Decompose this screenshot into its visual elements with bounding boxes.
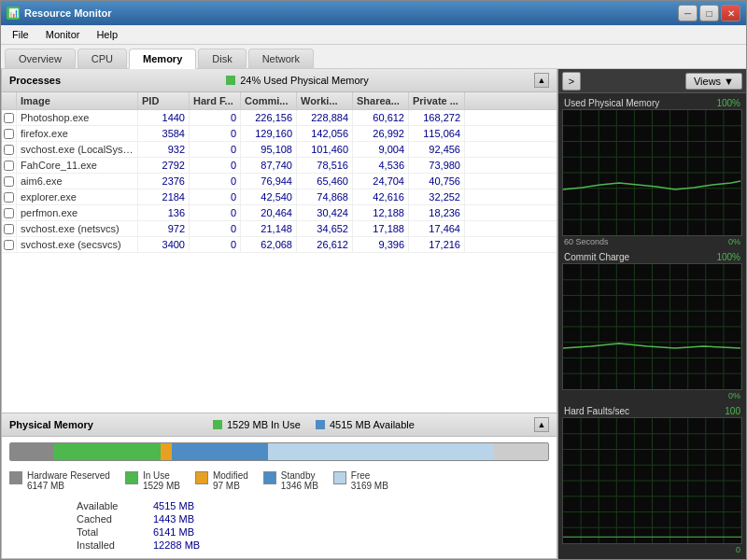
physical-memory-section: Hardware Reserved6147 MB In Use1529 MB M… [1,437,557,559]
table-row[interactable]: svchost.exe (netsvcs) 972 0 21,148 34,65… [2,221,557,237]
table-row[interactable]: Photoshop.exe 1440 0 226,156 228,884 60,… [2,110,557,126]
graph-pct: 100 [725,406,740,416]
memory-bar [9,442,549,461]
used-memory-status: 24% Used Physical Memory [240,75,369,86]
graph-pct: 100% [716,252,740,262]
graph-time-label: 60 Seconds [564,237,609,246]
graph-bottom-pct: 0% [728,237,740,246]
memory-bar-container [2,437,557,467]
in-use-indicator [213,420,222,429]
table-row[interactable]: explorer.exe 2184 0 42,540 74,868 42,616… [2,189,557,205]
maximize-button[interactable]: □ [699,5,719,21]
col-image[interactable]: Image [17,92,138,109]
legend-item: Modified97 MB [195,470,248,491]
views-button[interactable]: Views ▼ [685,73,742,90]
main-window: 📊 Resource Monitor ─ □ ✕ File Monitor He… [0,0,747,560]
graph-block: Commit Charge 100% 0% [562,251,742,401]
graph-title: Hard Faults/sec [564,406,629,416]
col-shared[interactable]: Sharea... [353,92,409,109]
tab-overview[interactable]: Overview [5,49,76,68]
tabs-bar: Overview CPU Memory Disk Network [1,45,746,69]
col-private[interactable]: Private ... [409,92,465,109]
memory-stats: Available4515 MBCached1443 MBTotal6141 M… [2,495,557,558]
table-row[interactable]: FahCore_11.exe 2792 0 87,740 78,516 4,53… [2,158,557,174]
stat-value: 1443 MB [153,513,228,525]
table-row[interactable]: firefox.exe 3584 0 129,160 142,056 26,99… [2,126,557,142]
table-row[interactable]: aim6.exe 2376 0 76,944 65,460 24,704 40,… [2,174,557,189]
table-row[interactable]: svchost.exe (secsvcs) 3400 0 62,068 26,6… [2,237,557,253]
col-hardfaults[interactable]: Hard F... [190,92,241,109]
stat-value: 4515 MB [153,500,228,511]
app-icon: 📊 [7,7,20,20]
title-bar: 📊 Resource Monitor ─ □ ✕ [1,1,746,25]
tab-network[interactable]: Network [248,49,314,68]
graph-block: Hard Faults/sec 100 0 [562,405,742,555]
legend-item: Free3169 MB [333,470,388,491]
table-row[interactable]: svchost.exe (LocalSystemNet... 932 0 95,… [2,142,557,158]
graph-canvas [562,417,742,544]
used-memory-indicator [226,76,235,85]
legend-item: In Use1529 MB [125,470,180,491]
available-indicator [316,420,325,429]
table-row[interactable]: perfmon.exe 136 0 20,464 30,424 12,188 1… [2,205,557,221]
available-label: 4515 MB Available [330,419,415,430]
left-panel: Processes 24% Used Physical Memory ▲ Ima… [1,69,557,559]
graph-block: Used Physical Memory 100% 60 Seconds 0% [562,97,742,247]
legend-item: Standby1346 MB [263,470,318,491]
graph-canvas [562,109,742,236]
menu-monitor[interactable]: Monitor [38,27,88,42]
col-checkbox [2,92,17,109]
physical-memory-header: Physical Memory 1529 MB In Use 4515 MB A… [1,413,557,437]
window-title: Resource Monitor [24,7,112,19]
legend-item: Hardware Reserved6147 MB [9,470,110,491]
table-header: Image PID Hard F... Commi... Worki... Sh… [2,92,557,110]
tab-cpu[interactable]: CPU [78,49,127,68]
close-button[interactable]: ✕ [721,5,740,21]
main-content: Processes 24% Used Physical Memory ▲ Ima… [1,69,746,559]
graph-canvas [562,263,742,390]
graph-bottom-pct: 0% [728,391,740,400]
stat-label: Installed [77,539,151,551]
right-panel: > Views ▼ Used Physical Memory 100% 60 S… [557,69,746,559]
stat-label: Available [77,500,151,511]
stat-label: Total [77,526,151,538]
menu-file[interactable]: File [5,27,36,42]
stat-value: 6141 MB [153,526,228,538]
right-panel-header: > Views ▼ [558,69,746,93]
table-body[interactable]: Photoshop.exe 1440 0 226,156 228,884 60,… [2,110,557,278]
tab-memory[interactable]: Memory [129,49,196,69]
physical-memory-collapse-btn[interactable]: ▲ [534,417,549,432]
window-controls: ─ □ ✕ [678,5,740,21]
graph-bottom-pct: 0 [736,545,740,554]
col-pid[interactable]: PID [138,92,190,109]
process-table: Image PID Hard F... Commi... Worki... Sh… [1,92,557,413]
graph-title: Used Physical Memory [564,98,659,108]
stat-value: 12288 MB [153,539,228,551]
processes-collapse-btn[interactable]: ▲ [534,73,549,88]
memory-legend: Hardware Reserved6147 MB In Use1529 MB M… [2,467,557,495]
col-working[interactable]: Worki... [297,92,353,109]
menu-help[interactable]: Help [89,27,125,42]
processes-title: Processes [9,75,61,86]
col-commit[interactable]: Commi... [241,92,297,109]
minimize-button[interactable]: ─ [678,5,698,21]
stat-label: Cached [77,513,151,525]
graph-title: Commit Charge [564,252,629,262]
in-use-label: 1529 MB In Use [227,419,301,430]
graph-section: Used Physical Memory 100% 60 Seconds 0% … [558,93,746,559]
menu-bar: File Monitor Help [1,25,746,45]
tab-disk[interactable]: Disk [198,49,246,68]
graph-pct: 100% [716,98,740,108]
processes-header: Processes 24% Used Physical Memory ▲ [1,69,557,92]
nav-button[interactable]: > [562,72,581,91]
physical-memory-title: Physical Memory [9,419,93,430]
